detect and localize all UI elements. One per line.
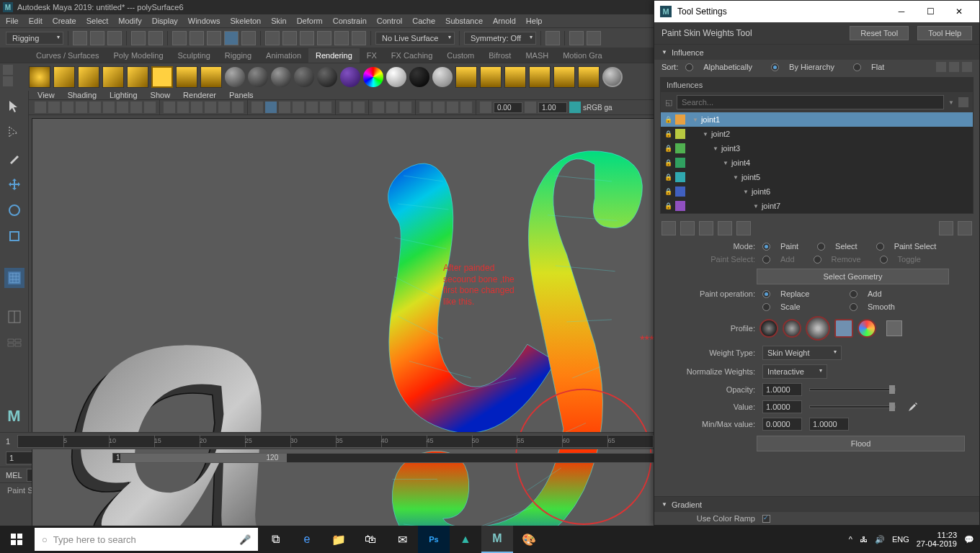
camera-bookmark-icon[interactable] [48, 102, 60, 113]
shelf-tab-fxcaching[interactable]: FX Caching [384, 48, 440, 63]
maya-taskbar-icon[interactable]: M [481, 526, 513, 553]
mirror-weights-icon[interactable] [736, 221, 751, 235]
volume-icon[interactable]: 🔊 [875, 535, 885, 544]
mode-paintselect-radio[interactable] [876, 243, 884, 251]
joint-color-swatch[interactable] [675, 114, 685, 125]
opacity-slider[interactable] [809, 388, 896, 391]
shelf-tab-poly[interactable]: Poly Modeling [106, 48, 170, 63]
smooth-shade-icon[interactable] [177, 102, 189, 113]
normalize-dropdown[interactable]: Interactive [762, 364, 827, 379]
expand-icon[interactable]: ▼ [753, 203, 759, 210]
gamma-value[interactable] [538, 102, 567, 113]
image-plane-icon[interactable] [62, 102, 74, 113]
camera-select-icon[interactable] [35, 102, 46, 113]
exposure-icon[interactable] [373, 102, 384, 113]
hammer-weights-icon[interactable] [699, 221, 713, 235]
shelf-tab-motion[interactable]: Motion Gra [556, 48, 609, 63]
scale-tool-icon[interactable] [4, 226, 24, 246]
menu-cache[interactable]: Cache [412, 17, 435, 25]
shadows-icon[interactable] [232, 102, 244, 113]
taskbar-search[interactable]: ○ Type here to search 🎤 [35, 528, 258, 551]
ipr-icon[interactable] [587, 31, 601, 45]
view-transform-icon[interactable] [400, 102, 411, 113]
snap-live-icon[interactable] [352, 31, 366, 45]
render-view-icon[interactable] [553, 66, 575, 88]
maya-home-icon[interactable]: M [4, 406, 24, 426]
lock-icon[interactable]: 🔒 [664, 202, 672, 210]
select-component-icon[interactable] [224, 31, 239, 45]
shelf-gear-icon[interactable] [3, 76, 13, 86]
menu-help[interactable]: Help [526, 17, 543, 25]
shader-white-icon[interactable] [386, 67, 406, 87]
menu-set-dropdown[interactable]: Rigging [6, 32, 63, 45]
edge-icon[interactable]: e [291, 526, 323, 553]
clock[interactable]: 11:23 27-04-2019 [917, 531, 957, 548]
shelf-tab-curves[interactable]: Curves / Surfaces [29, 48, 106, 63]
wire-on-shade-icon[interactable] [191, 102, 202, 113]
move-tool-icon[interactable] [4, 174, 24, 194]
photoshop-icon[interactable]: Ps [418, 526, 450, 553]
menu-skin[interactable]: Skin [271, 17, 286, 25]
live-surface-dropdown[interactable]: No Live Surface [375, 32, 455, 45]
shader-rainbow-icon[interactable] [363, 67, 383, 87]
shelf-edit-icon[interactable] [3, 65, 13, 75]
select-geometry-button[interactable]: Select Geometry [757, 269, 949, 284]
2d-pan-icon[interactable] [76, 102, 87, 113]
gamma-icon[interactable] [386, 102, 398, 113]
paint-weights-tool-icon[interactable] [4, 268, 24, 288]
gamma-reset-icon[interactable] [525, 102, 536, 113]
tool-help-button[interactable]: Tool Help [917, 26, 972, 40]
shelf-tab-fx[interactable]: FX [360, 48, 384, 63]
shader-ramp-icon[interactable] [317, 67, 337, 87]
textured-icon[interactable] [205, 102, 216, 113]
joint-row-joint7[interactable]: 🔒 ▼ joint7 [661, 199, 973, 213]
menu-windows[interactable]: Windows [188, 17, 220, 25]
redo-icon[interactable] [148, 31, 163, 45]
joint-color-swatch[interactable] [675, 143, 685, 153]
new-scene-icon[interactable] [73, 31, 87, 45]
toggle-c-icon[interactable] [447, 102, 458, 113]
lock-icon[interactable]: 🔒 [664, 115, 672, 124]
isolate-icon[interactable] [251, 102, 263, 113]
shader-black-icon[interactable] [409, 67, 429, 87]
select-multi-icon[interactable] [241, 31, 256, 45]
op-add-radio[interactable] [850, 290, 858, 298]
shader-lambert-icon[interactable] [200, 66, 222, 88]
shader-layered-icon[interactable] [340, 67, 360, 87]
motion-blur-icon[interactable] [320, 102, 331, 113]
expand-icon[interactable]: ▼ [692, 117, 698, 123]
snap-curve-icon[interactable] [282, 31, 297, 45]
expand-icon[interactable]: ▼ [733, 174, 739, 181]
shelf-tab-sculpting[interactable]: Sculpting [171, 48, 218, 63]
language-indicator[interactable]: ENG [892, 535, 909, 544]
joint-row-joint1[interactable]: 🔒 ▼ joint1 [661, 112, 973, 127]
show-all-icon[interactable] [958, 221, 972, 235]
lock-icon[interactable]: 🔒 [664, 130, 672, 138]
store-icon[interactable]: 🛍 [355, 526, 386, 553]
wireframe-icon[interactable] [164, 102, 175, 113]
maximize-button[interactable]: ☐ [916, 1, 945, 22]
value-slider[interactable] [809, 405, 896, 408]
list-mode2-icon[interactable] [962, 62, 972, 72]
pin-icon[interactable] [936, 62, 946, 72]
save-scene-icon[interactable] [107, 31, 122, 45]
brush-soft[interactable] [783, 319, 801, 338]
rotate-tool-icon[interactable] [4, 200, 24, 220]
batch-render-icon[interactable] [504, 66, 526, 88]
layout-icon[interactable] [4, 307, 24, 327]
panel-renderer[interactable]: Renderer [183, 91, 216, 99]
expand-icon[interactable]: ▼ [713, 145, 718, 152]
mode-paint-radio[interactable] [762, 243, 770, 251]
light-spot-icon[interactable] [102, 66, 124, 88]
render-setup-icon[interactable] [455, 66, 477, 88]
task-view-icon[interactable]: ⧉ [259, 526, 291, 553]
move-weights-icon[interactable] [718, 221, 732, 235]
influence-section-header[interactable]: Influence [654, 44, 979, 60]
joint-row-joint6[interactable]: 🔒 ▼ joint6 [661, 184, 973, 199]
start-button[interactable] [0, 526, 33, 553]
menu-modify[interactable]: Modify [118, 17, 141, 25]
sort-alpha-radio[interactable] [685, 63, 693, 71]
menu-substance[interactable]: Substance [445, 17, 483, 25]
light-point-icon[interactable] [78, 66, 99, 88]
menu-deform[interactable]: Deform [297, 17, 323, 25]
